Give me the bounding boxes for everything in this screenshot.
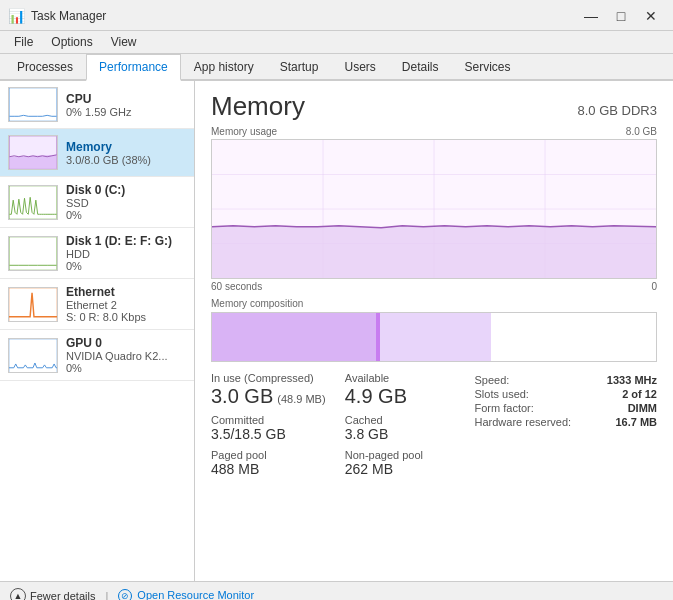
- ethernet-sub2: S: 0 R: 8.0 Kbps: [66, 311, 186, 323]
- footer-divider: |: [105, 590, 108, 600]
- chart-time-end: 0: [651, 281, 657, 292]
- stat-cached: Cached 3.8 GB: [345, 414, 467, 443]
- comp-inuse: [212, 313, 376, 361]
- memory-title: Memory: [211, 91, 305, 122]
- stat-available: Available 4.9 GB: [345, 372, 467, 408]
- sidebar-item-ethernet[interactable]: Ethernet Ethernet 2 S: 0 R: 8.0 Kbps: [0, 279, 194, 330]
- chart-max: 8.0 GB: [626, 126, 657, 137]
- composition-section: Memory composition: [211, 298, 657, 362]
- comp-label: Memory composition: [211, 298, 657, 309]
- gpu-sub2: 0%: [66, 362, 186, 374]
- footer: ▲ Fewer details | ⊘ Open Resource Monito…: [0, 581, 673, 600]
- stat-inuse: In use (Compressed) 3.0 GB (48.9 MB): [211, 372, 333, 408]
- main-content: CPU 0% 1.59 GHz Memory 3.0/8.0 GB (38%): [0, 81, 673, 581]
- disk1-sub1: HDD: [66, 248, 186, 260]
- stat-committed: Committed 3.5/18.5 GB: [211, 414, 333, 443]
- memory-sidebar-title: Memory: [66, 140, 186, 154]
- disk0-sub2: 0%: [66, 209, 186, 221]
- tab-processes[interactable]: Processes: [4, 54, 86, 81]
- ethernet-sub1: Ethernet 2: [66, 299, 186, 311]
- cpu-sub: 0% 1.59 GHz: [66, 106, 186, 118]
- sidebar: CPU 0% 1.59 GHz Memory 3.0/8.0 GB (38%): [0, 81, 195, 581]
- disk0-title: Disk 0 (C:): [66, 183, 186, 197]
- tab-bar: Processes Performance App history Startu…: [0, 54, 673, 81]
- disk1-sub2: 0%: [66, 260, 186, 272]
- gpu-title: GPU 0: [66, 336, 186, 350]
- app-icon: 📊: [8, 8, 25, 24]
- memory-chart-section: Memory usage 8.0 GB: [211, 126, 657, 292]
- chevron-up-icon: ▲: [10, 588, 26, 600]
- comp-free: [491, 313, 656, 361]
- title-bar: 📊 Task Manager — □ ✕: [0, 0, 673, 31]
- fewer-details-button[interactable]: ▲ Fewer details: [10, 588, 95, 600]
- ethernet-title: Ethernet: [66, 285, 186, 299]
- menu-bar: File Options View: [0, 31, 673, 54]
- gpu-sub1: NVIDIA Quadro K2...: [66, 350, 186, 362]
- memory-chart: [211, 139, 657, 279]
- sidebar-item-memory[interactable]: Memory 3.0/8.0 GB (38%): [0, 129, 194, 177]
- close-button[interactable]: ✕: [637, 6, 665, 26]
- menu-file[interactable]: File: [6, 33, 41, 51]
- minimize-button[interactable]: —: [577, 6, 605, 26]
- right-panel: Memory 8.0 GB DDR3 Memory usage 8.0 GB: [195, 81, 673, 581]
- monitor-icon: ⊘: [118, 589, 132, 600]
- tab-startup[interactable]: Startup: [267, 54, 332, 81]
- menu-view[interactable]: View: [103, 33, 145, 51]
- tab-users[interactable]: Users: [331, 54, 388, 81]
- open-resource-monitor-link[interactable]: ⊘ Open Resource Monitor: [118, 589, 254, 600]
- memory-type: 8.0 GB DDR3: [578, 103, 657, 118]
- chart-time-start: 60 seconds: [211, 281, 262, 292]
- cpu-title: CPU: [66, 92, 186, 106]
- sidebar-item-disk1[interactable]: Disk 1 (D: E: F: G:) HDD 0%: [0, 228, 194, 279]
- menu-options[interactable]: Options: [43, 33, 100, 51]
- tab-performance[interactable]: Performance: [86, 54, 181, 81]
- chart-label: Memory usage: [211, 126, 277, 137]
- sidebar-item-disk0[interactable]: Disk 0 (C:) SSD 0%: [0, 177, 194, 228]
- right-stats: Speed: 1333 MHz Slots used: 2 of 12 Form…: [475, 372, 658, 478]
- comp-standby: [380, 313, 491, 361]
- disk0-sub1: SSD: [66, 197, 186, 209]
- composition-bar: [211, 312, 657, 362]
- stat-nonpaged: Non-paged pool 262 MB: [345, 449, 467, 478]
- memory-sidebar-sub: 3.0/8.0 GB (38%): [66, 154, 186, 166]
- stat-paged: Paged pool 488 MB: [211, 449, 333, 478]
- memory-header: Memory 8.0 GB DDR3: [211, 91, 657, 122]
- tab-services[interactable]: Services: [452, 54, 524, 81]
- sidebar-item-cpu[interactable]: CPU 0% 1.59 GHz: [0, 81, 194, 129]
- sidebar-item-gpu[interactable]: GPU 0 NVIDIA Quadro K2... 0%: [0, 330, 194, 381]
- tab-details[interactable]: Details: [389, 54, 452, 81]
- disk1-title: Disk 1 (D: E: F: G:): [66, 234, 186, 248]
- tab-app-history[interactable]: App history: [181, 54, 267, 81]
- svg-marker-4: [9, 155, 56, 169]
- svg-marker-20: [212, 226, 656, 278]
- maximize-button[interactable]: □: [607, 6, 635, 26]
- app-title: Task Manager: [31, 9, 106, 23]
